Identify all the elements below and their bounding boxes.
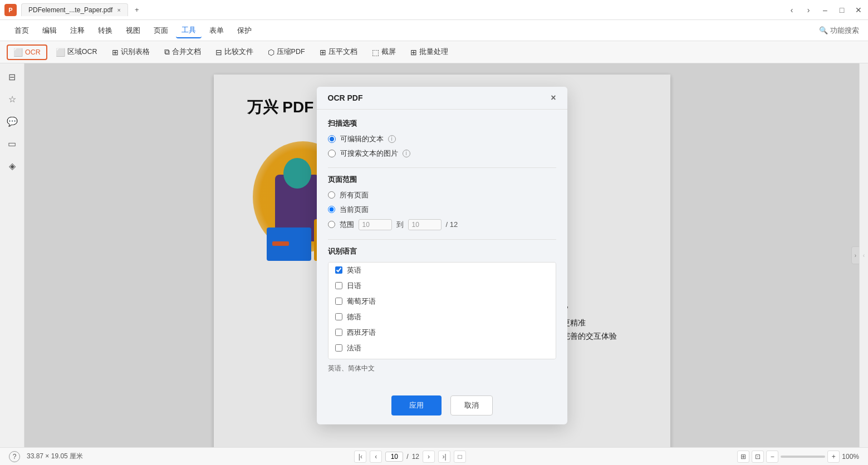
menu-tools[interactable]: 工具	[176, 23, 202, 38]
tab-close-icon[interactable]: ×	[117, 7, 120, 13]
table-ocr-label: 识别表格	[121, 47, 150, 57]
nav-back-icon[interactable]: ‹	[787, 5, 797, 15]
range-from-input[interactable]	[359, 219, 392, 230]
tab-label: PDFelement_...te_Paper.pdf	[28, 6, 112, 14]
lang-spanish-label: 西班牙语	[347, 328, 376, 338]
scan-editable-option[interactable]: 可编辑的文本 i	[328, 134, 556, 144]
page-all-radio[interactable]	[328, 191, 335, 199]
right-panel[interactable]: ‹	[859, 63, 868, 447]
scan-searchable-info-icon[interactable]: i	[403, 150, 410, 157]
compare-button[interactable]: ⊟ 比较文件	[209, 44, 259, 60]
lang-french[interactable]: 法语	[328, 340, 556, 356]
fit-page-button[interactable]: □	[454, 451, 466, 463]
page-current-radio[interactable]	[328, 206, 335, 213]
lang-english[interactable]: 英语	[328, 263, 556, 278]
page-all-label: 所有页面	[340, 190, 369, 200]
range-custom-option[interactable]: 范围 到 / 12	[328, 219, 556, 230]
range-separator: 到	[396, 220, 404, 230]
page-range-label-text: 范围	[340, 220, 354, 230]
lang-list: 英语 日语 葡萄牙语	[328, 263, 556, 359]
scan-editable-info-icon[interactable]: i	[388, 135, 396, 143]
new-tab-button[interactable]: +	[130, 3, 144, 17]
sidebar-panel-icon[interactable]: ⊟	[3, 68, 21, 86]
lang-english-checkbox[interactable]	[335, 266, 342, 274]
lang-spanish-checkbox[interactable]	[335, 329, 342, 336]
close-button[interactable]: ✕	[854, 5, 864, 15]
divider-1	[328, 167, 556, 168]
merge-button[interactable]: ⧉ 合并文档	[158, 44, 207, 60]
next-page-button[interactable]: ›	[423, 451, 435, 463]
menu-forms[interactable]: 表单	[204, 23, 229, 38]
sidebar-layers-icon[interactable]: ◈	[3, 157, 21, 175]
zoom-control: ⊞ ⊡ − + 100%	[737, 451, 859, 463]
first-page-button[interactable]: |‹	[354, 451, 366, 463]
scan-searchable-option[interactable]: 可搜索文本的图片 i	[328, 149, 556, 159]
scan-editable-radio[interactable]	[328, 135, 336, 143]
menu-page[interactable]: 页面	[148, 23, 174, 38]
flatten-button[interactable]: ⊞ 压平文档	[313, 44, 364, 60]
nav-forward-icon[interactable]: ›	[803, 5, 813, 15]
area-ocr-button[interactable]: ⬜ 区域OCR	[50, 44, 104, 60]
lang-german-checkbox[interactable]	[335, 313, 342, 320]
scan-options-group: 可编辑的文本 i 可搜索文本的图片 i	[328, 134, 556, 159]
feature-search[interactable]: 🔍 功能搜索	[819, 26, 859, 36]
range-current-option[interactable]: 当前页面	[328, 205, 556, 215]
zoom-slider[interactable]	[781, 456, 825, 458]
sidebar-comment-icon[interactable]: 💬	[3, 112, 21, 130]
menu-home[interactable]: 首页	[9, 23, 35, 38]
lang-japanese[interactable]: 日语	[328, 278, 556, 294]
zoom-out-button[interactable]: −	[766, 451, 778, 463]
scan-searchable-radio[interactable]	[328, 150, 336, 157]
compress-button[interactable]: ⬡ 压缩PDF	[262, 44, 311, 60]
apply-button[interactable]: 应用	[391, 395, 442, 415]
last-page-button[interactable]: ›|	[438, 451, 450, 463]
crop-button[interactable]: ⬚ 截屏	[366, 44, 402, 60]
lang-japanese-checkbox[interactable]	[335, 282, 342, 289]
fit-width-button[interactable]: ⊞	[737, 451, 749, 463]
lang-selected-label: 英语、简体中文	[328, 364, 556, 373]
help-button[interactable]: ?	[9, 451, 20, 462]
lang-spanish[interactable]: 西班牙语	[328, 325, 556, 340]
dialog-close-button[interactable]: ×	[551, 93, 556, 102]
cancel-button[interactable]: 取消	[450, 395, 493, 415]
lang-french-checkbox[interactable]	[335, 344, 342, 352]
statusbar: ? 33.87 × 19.05 厘米 |‹ ‹ / 12 › ›| □ ⊞ ⊡ …	[0, 447, 868, 465]
page-range-label: 页面范围	[328, 175, 556, 185]
sidebar-bookmark-icon[interactable]: ☆	[3, 90, 21, 108]
page-dimensions: 33.87 × 19.05 厘米	[27, 452, 83, 461]
menu-annotate[interactable]: 注释	[65, 23, 90, 38]
range-total: / 12	[446, 220, 458, 229]
zoom-level: 100%	[842, 453, 859, 461]
lang-japanese-label: 日语	[347, 281, 361, 291]
zoom-in-button[interactable]: +	[827, 451, 840, 463]
lang-italian[interactable]: 意大利语	[328, 356, 556, 359]
lang-portuguese-checkbox[interactable]	[335, 298, 342, 305]
compress-label: 压缩PDF	[277, 47, 305, 57]
sidebar-page-icon[interactable]: ▭	[3, 135, 21, 152]
pdf-view[interactable]: 万兴 PDF 有哪些功 一键快捷操作 •一	[24, 63, 859, 447]
range-to-input[interactable]	[408, 219, 442, 230]
menu-protect[interactable]: 保护	[232, 23, 257, 38]
lang-portuguese[interactable]: 葡萄牙语	[328, 294, 556, 309]
ocr-button[interactable]: ⬜ OCR	[7, 44, 47, 60]
menu-convert[interactable]: 转换	[92, 23, 118, 38]
flatten-icon: ⊞	[320, 48, 326, 57]
page-range-radio[interactable]	[328, 221, 335, 228]
maximize-button[interactable]: □	[837, 5, 847, 15]
minimize-button[interactable]: –	[820, 5, 830, 15]
menu-view[interactable]: 视图	[120, 23, 146, 38]
lang-list-container[interactable]: 英语 日语 葡萄牙语	[328, 262, 556, 359]
ocr-icon: ⬜	[13, 48, 23, 57]
tab-pdf[interactable]: PDFelement_...te_Paper.pdf ×	[21, 3, 128, 16]
table-ocr-button[interactable]: ⊞ 识别表格	[106, 44, 156, 60]
fit-button[interactable]: ⊡	[752, 451, 764, 463]
page-number-input[interactable]	[385, 452, 403, 462]
batch-icon: ⊞	[410, 48, 417, 57]
ocr-label: OCR	[25, 48, 41, 56]
range-all-option[interactable]: 所有页面	[328, 190, 556, 200]
lang-italian-label: 意大利语	[347, 359, 376, 359]
menu-edit[interactable]: 编辑	[37, 23, 62, 38]
batch-button[interactable]: ⊞ 批量处理	[404, 44, 454, 60]
lang-german[interactable]: 德语	[328, 309, 556, 325]
prev-page-button[interactable]: ‹	[370, 451, 382, 463]
